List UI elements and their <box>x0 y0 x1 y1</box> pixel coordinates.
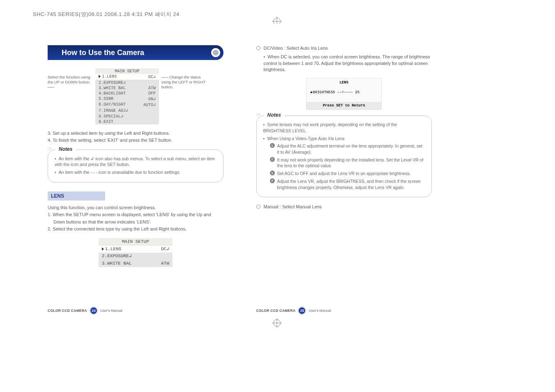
menu-label: 7.IMAGE ADJ↲ <box>99 108 128 113</box>
menu-label: 2.EXPOSURE↲ <box>102 253 132 259</box>
sub-item: 3Set AGC to OFF and adjust the Lens VR t… <box>270 171 425 177</box>
menu-label: 4.BACKLIGHT <box>99 91 126 96</box>
sub-item-text: Adjust the Lens VR, adjust the BRIGHTNES… <box>277 178 425 190</box>
main-setup-menu: MAIN SETUP 1.LENSDC↲2.EXPOSURE↲3.WHITE B… <box>95 68 159 125</box>
mini-main-setup-menu: MAIN SETUP 1.LENSDC↲2.EXPOSURE↲3.WHITE B… <box>99 238 173 267</box>
menu-value: ON↲ <box>148 97 156 101</box>
brightness-label: ▶BRIGHTNESS <box>311 90 335 95</box>
note-item: An item with the - - - icon is unavailab… <box>55 169 216 175</box>
footer-text: User's Manual <box>309 309 331 313</box>
circled-number-icon: 2 <box>270 157 275 162</box>
menu-label: 1.LENS <box>99 74 117 79</box>
menu-row: 4.BACKLIGHTOFF <box>95 91 159 96</box>
menu-row: 7.IMAGE ADJ↲ <box>95 108 159 113</box>
note-item: Some lenses may not work properly, depen… <box>263 122 425 134</box>
menu-value: ATW <box>161 261 169 267</box>
notes-label: Notes <box>264 112 284 119</box>
menu-label: 3.WHITE BAL <box>102 261 132 267</box>
dc-video-heading-row: DC/Video : Select Auto Iris Lens <box>256 45 432 51</box>
menu-title: MAIN SETUP <box>95 68 159 74</box>
left-page: How to Use the Camera Select the functio… <box>38 24 240 318</box>
caret-icon <box>102 247 104 251</box>
menu-value: DC↲ <box>161 246 169 252</box>
menu-value: DC↲ <box>148 74 156 79</box>
section-title-bar: How to Use the Camera <box>48 45 223 60</box>
menu-row: 5.SSNRON↲ <box>95 96 159 102</box>
circled-number-icon: 3 <box>270 171 275 175</box>
ring-bullet-icon <box>256 205 260 209</box>
sub-item: 1Adjust the ALC adjustment terminal on t… <box>270 143 425 155</box>
menu-row: 1.LENSDC↲ <box>99 246 173 253</box>
lens-section: Using this function, you can control scr… <box>48 205 223 267</box>
hint-right: Change the status using the LEFT or RIGH… <box>161 68 207 90</box>
page-number-wrap: 24 <box>90 307 98 315</box>
lens-osd-return: Press SET to Return <box>306 102 381 110</box>
menu-label: 5.SSNR <box>99 97 113 101</box>
page-number-wrap: 25 <box>298 307 306 315</box>
menu-row: 9.EXIT <box>95 119 159 125</box>
document-header-info: SHC-745 SERIES(영)08.01 2008.1.28 4:31 PM… <box>33 11 180 18</box>
brightness-bar: −−+−−−− <box>337 90 353 95</box>
step-3: 3. Set up a selected item by using the L… <box>48 130 223 136</box>
menu-value: OFF <box>148 91 156 96</box>
sub-item-text: Adjust the ALC adjustment terminal on th… <box>277 143 425 155</box>
dc-video-desc-text: When DC is selected, you can control scr… <box>264 54 432 73</box>
notes-box: ☞ Notes Some lenses may not work properl… <box>256 115 432 197</box>
menu-row: 3.WHITE BALATW <box>95 85 159 91</box>
notes-hand-icon: ☞ <box>47 145 53 153</box>
note-item: An item with the ↲ icon also has sub men… <box>55 156 216 168</box>
step-4: 4. To finish the setting, select 'EXIT' … <box>48 137 223 143</box>
menu-row: 1.LENSDC↲ <box>95 74 159 80</box>
sub-item-text: Set AGC to OFF and adjust the Lens VR to… <box>277 171 411 177</box>
menu-value: AUTO↲ <box>143 102 156 107</box>
page-spread: How to Use the Camera Select the functio… <box>38 24 442 318</box>
sub-item: 4Adjust the Lens VR, adjust the BRIGHTNE… <box>270 178 425 190</box>
page-number: 24 <box>90 307 97 314</box>
sub-item-text: It may not work properly depending on th… <box>277 157 425 169</box>
menu-value: ATW <box>148 86 156 90</box>
setup-steps: 3. Set up a selected item by using the L… <box>48 130 223 144</box>
manual-heading: Manual : Select Manual Lens <box>264 204 322 210</box>
lens-intro: Using this function, you can control scr… <box>48 205 223 211</box>
sub-item: 2It may not work properly depending on t… <box>270 157 425 169</box>
hint-right-text: Change the status using the LEFT or RIGH… <box>161 75 205 89</box>
circled-number-icon: 1 <box>270 143 275 148</box>
dc-video-section: DC/Video : Select Auto Iris Lens When DC… <box>256 45 432 210</box>
brightness-value: 25 <box>355 90 359 95</box>
footer-brand: COLOR CCD CAMERA <box>256 309 296 313</box>
footer-brand: COLOR CCD CAMERA <box>48 309 87 313</box>
hint-left-text: Select the function using the UP or DOWN… <box>48 75 90 84</box>
note-item: When Using a Video-Type Auto Iris Lens <box>263 136 425 142</box>
notes-label: Notes <box>55 146 76 153</box>
caret-icon <box>99 75 101 78</box>
lens-osd-title: LENS <box>306 78 381 86</box>
menu-label: 1.LENS <box>102 246 122 252</box>
footer-text: User's Manual <box>100 309 122 313</box>
mini-menu-title: MAIN SETUP <box>99 238 173 245</box>
lens-osd-screen: LENS ▶BRIGHTNESS −−+−−−− 25 Press SET to… <box>306 78 382 110</box>
lens-heading: LENS <box>48 191 105 201</box>
page-footer: COLOR CCD CAMERA 25 User's Manual <box>240 307 442 315</box>
menu-label: 8.SPECIAL↲ <box>99 114 123 119</box>
lens-step-1a: 1. When the SETUP menu screen is display… <box>48 212 223 218</box>
ring-bullet-icon <box>256 46 260 50</box>
title-bar-dot <box>213 50 219 55</box>
manual-heading-row: Manual : Select Manual Lens <box>256 204 432 210</box>
right-page: DC/Video : Select Auto Iris Lens When DC… <box>240 24 442 318</box>
notes-box: ☞ Notes An item with the ↲ icon also has… <box>48 150 223 182</box>
menu-row: 3.WHITE BALATW <box>99 260 173 267</box>
notes-hand-icon: ☞ <box>256 111 261 119</box>
dc-video-heading: DC/Video : Select Auto Iris Lens <box>264 45 328 51</box>
lens-osd-brightness: ▶BRIGHTNESS −−+−−−− 25 <box>306 86 381 102</box>
menu-label: 6.DAY/NIGHT <box>99 102 126 107</box>
menu-row: 8.SPECIAL↲ <box>95 113 159 119</box>
menu-row: 6.DAY/NIGHTAUTO↲ <box>95 102 159 108</box>
menu-label: 9.EXIT <box>99 120 113 124</box>
dc-video-desc: When DC is selected, you can control scr… <box>256 54 432 73</box>
menu-label: 3.WHITE BAL <box>99 86 126 90</box>
hint-left: Select the function using the UP or DOWN… <box>48 68 93 90</box>
page-number: 25 <box>299 307 305 314</box>
numbered-sub-list: 1Adjust the ALC adjustment terminal on t… <box>263 143 425 190</box>
menu-row: 2.EXPOSURE↲ <box>99 253 173 260</box>
crop-mark-bottom <box>272 318 282 328</box>
